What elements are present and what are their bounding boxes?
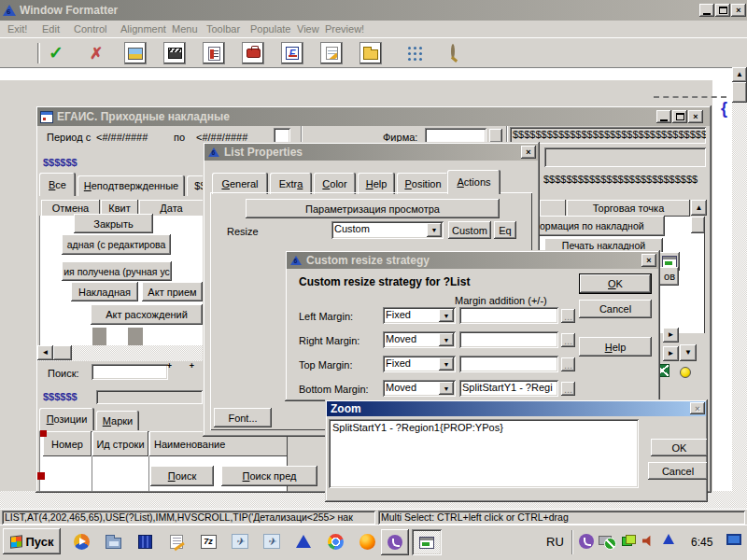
list-properties-close-button[interactable]: × xyxy=(521,146,536,159)
chevron-down-icon[interactable]: ▼ xyxy=(439,357,454,371)
bottom-margin-more-button[interactable]: ... xyxy=(561,382,575,396)
menu-alignment[interactable]: Alignment xyxy=(120,23,166,35)
menu-menu[interactable]: Menu xyxy=(172,23,198,35)
menu-populate[interactable]: Populate xyxy=(250,23,290,35)
col-header-nomer[interactable]: Номер xyxy=(43,431,92,456)
close-doc-button[interactable]: Закрыть xyxy=(74,214,153,233)
library-book-icon[interactable] xyxy=(134,531,155,552)
eq-button[interactable]: Eq xyxy=(494,221,516,239)
h-scroll-left-button[interactable]: ◄ xyxy=(37,345,53,360)
tray-display-icon[interactable] xyxy=(726,534,741,545)
tab-marki[interactable]: Марки xyxy=(96,411,139,430)
task-button-viber[interactable] xyxy=(381,529,409,555)
menu-preview[interactable]: Preview! xyxy=(325,23,364,35)
list-scrollbar-thumb[interactable] xyxy=(691,217,705,233)
menu-exit[interactable]: Exit! xyxy=(7,23,27,35)
zoom-ok-button[interactable]: OK xyxy=(651,439,708,456)
mail-plane-icon-2[interactable]: ✈ xyxy=(261,531,282,552)
right-margin-input[interactable] xyxy=(459,331,558,348)
invoice-edit-button[interactable]: адная (с редактирова xyxy=(62,234,171,255)
toolbox-icon[interactable] xyxy=(242,42,264,64)
zoom-cancel-button[interactable]: Cancel xyxy=(648,462,708,480)
egais-titlebar[interactable]: ЕГАИС. Приходные накладные xyxy=(37,107,710,126)
main-scroll-up-button[interactable]: ▲ xyxy=(732,67,747,82)
invoice-info-button[interactable]: ормация по накладной xyxy=(537,216,665,236)
act-discrepancy-button[interactable]: Акт расхождений xyxy=(91,304,203,325)
egais-minimize-button[interactable] xyxy=(656,110,671,123)
main-titlebar[interactable]: 6 Window Formatter xyxy=(0,0,747,21)
clapperboard-icon[interactable] xyxy=(163,42,186,64)
find-prev-button[interactable]: Поиск пред xyxy=(221,466,317,486)
sheet-edit-icon[interactable] xyxy=(320,42,343,64)
report-icon[interactable] xyxy=(203,42,225,64)
7zip-icon[interactable]: 7z xyxy=(198,531,218,552)
bottom-margin-combobox[interactable]: Moved▼ xyxy=(383,380,456,397)
tab-vse[interactable]: Все xyxy=(39,173,76,196)
firefox-icon[interactable] xyxy=(357,531,377,552)
notepad-icon[interactable] xyxy=(166,531,187,552)
chevron-down-icon[interactable]: ▼ xyxy=(427,223,442,237)
right-margin-more-button[interactable]: ... xyxy=(561,333,575,347)
tab-extra[interactable]: Extra xyxy=(270,173,312,194)
folder-icon[interactable] xyxy=(359,42,382,64)
col-header-fragment[interactable] xyxy=(540,200,566,217)
tray-clarion-icon[interactable] xyxy=(663,534,674,544)
media-player-icon[interactable] xyxy=(71,531,92,552)
explorer-icon[interactable] xyxy=(103,531,123,552)
zoom-close-button[interactable]: × xyxy=(690,402,705,414)
custom-button[interactable]: Custom xyxy=(448,221,491,239)
tab-position[interactable]: Position xyxy=(397,173,449,194)
col-header-id-stroki[interactable]: Ид строки xyxy=(92,431,148,456)
menu-toolbar[interactable]: Toolbar xyxy=(206,23,240,35)
menu-view[interactable]: View xyxy=(297,23,319,35)
spin-right-button[interactable]: ► xyxy=(663,328,679,343)
act-accept-button[interactable]: Акт прием xyxy=(142,282,203,301)
grid-dots-icon[interactable] xyxy=(408,47,411,49)
tray-network-icon[interactable] xyxy=(622,535,636,546)
list-properties-titlebar[interactable]: 6 List Properties xyxy=(204,144,538,161)
main-maximize-button[interactable] xyxy=(715,4,730,17)
tab-general[interactable]: General xyxy=(212,173,268,194)
parametrize-view-button[interactable]: Параметризация просмотра xyxy=(246,199,500,218)
h-scrollbar-thumb[interactable] xyxy=(53,345,72,360)
egais-close-button[interactable]: × xyxy=(688,110,703,123)
list-field-icon[interactable]: E xyxy=(281,42,303,64)
zoom-glass-icon[interactable] xyxy=(451,44,455,59)
invoice-button[interactable]: Накладная xyxy=(71,282,138,301)
chevron-down-icon[interactable]: ▼ xyxy=(439,333,454,346)
tray-clock[interactable]: 6:45 xyxy=(691,536,712,549)
left-margin-more-button[interactable]: ... xyxy=(561,309,575,323)
top-margin-more-button[interactable]: ... xyxy=(561,357,575,371)
received-button[interactable]: ия получена (ручная ус xyxy=(62,261,172,281)
find-button[interactable]: Поиск xyxy=(150,466,214,486)
top-margin-combobox[interactable]: Fixed▼ xyxy=(383,356,456,372)
menu-control[interactable]: Control xyxy=(74,23,106,35)
left-margin-combobox[interactable]: Fixed▼ xyxy=(383,307,456,324)
tab-pozicii[interactable]: Позиции xyxy=(39,408,94,430)
tray-viber-icon[interactable] xyxy=(579,534,594,549)
custom-resize-help-button[interactable]: Help xyxy=(579,337,652,357)
font-button[interactable]: Font... xyxy=(214,408,272,427)
bottom-margin-input[interactable]: SplitStartY1 - ?Regi xyxy=(459,380,558,397)
task-button-window-formatter[interactable] xyxy=(412,529,442,555)
tray-volume-icon[interactable] xyxy=(642,535,655,547)
main-close-button[interactable]: × xyxy=(731,4,746,17)
firm-lookup-button[interactable] xyxy=(489,129,502,143)
custom-resize-titlebar[interactable]: 6 Custom resize strategy xyxy=(287,252,658,269)
main-scrollbar-thumb[interactable] xyxy=(732,82,747,103)
tab-color[interactable]: Color xyxy=(314,173,356,194)
dropdown-arrow-button[interactable]: ▼ xyxy=(680,344,697,361)
custom-resize-cancel-button[interactable]: Cancel xyxy=(579,300,652,318)
zoom-titlebar[interactable]: Zoom xyxy=(327,401,706,416)
clarion-triangle-icon[interactable] xyxy=(293,531,314,552)
menu-edit[interactable]: Edit xyxy=(42,23,60,35)
col-header-torgovaya-tochka[interactable]: Торговая точка xyxy=(567,200,690,217)
start-button[interactable]: Пуск xyxy=(3,528,61,554)
chevron-down-icon[interactable]: ▼ xyxy=(439,382,454,395)
chrome-icon[interactable] xyxy=(325,531,345,552)
zoom-textarea[interactable]: SplitStartY1 - ?Region1{PROP:YPos} xyxy=(329,419,639,488)
language-indicator[interactable]: RU xyxy=(546,535,564,549)
spin-right-button-2[interactable]: ► xyxy=(663,346,679,361)
tab-help[interactable]: Help xyxy=(358,173,395,194)
top-margin-input[interactable] xyxy=(459,356,558,372)
